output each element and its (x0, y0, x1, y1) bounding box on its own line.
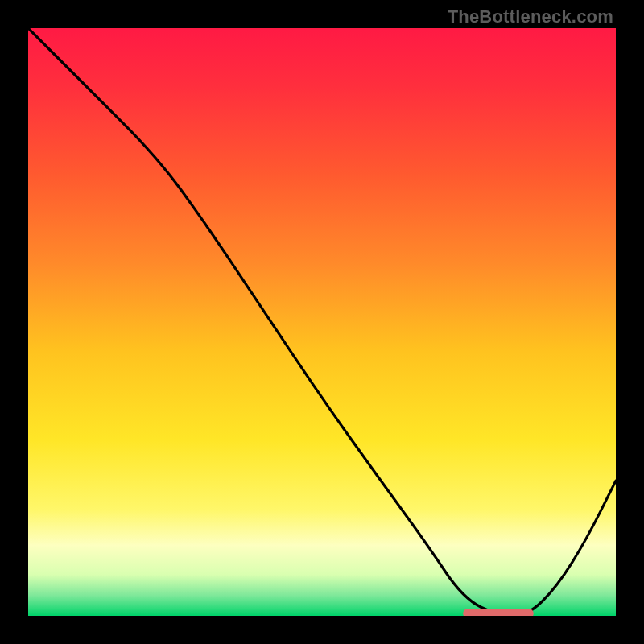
watermark-label: TheBottleneck.com (448, 6, 613, 27)
chart-svg (28, 28, 616, 616)
chart-frame: TheBottleneck.com (0, 0, 644, 644)
optimal-range-bar (463, 609, 534, 616)
plot-area (28, 28, 616, 616)
